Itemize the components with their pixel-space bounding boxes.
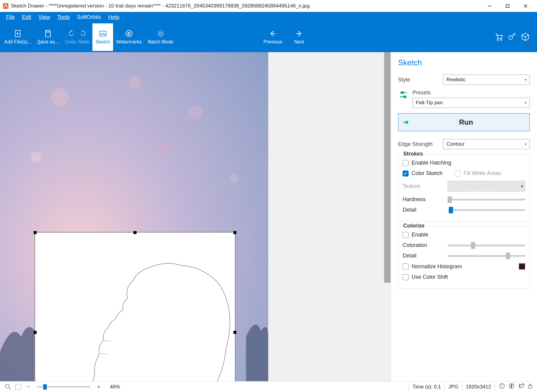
svg-rect-28: [404, 96, 406, 98]
fill-white-checkbox[interactable]: Fill White Areas: [454, 170, 501, 177]
style-label: Style: [398, 77, 443, 83]
svg-rect-31: [16, 384, 21, 389]
statusbar: − + 46% Time (s): 0.1 JPG 1920x3412: [0, 381, 537, 392]
texture-label: Texture: [403, 183, 448, 189]
color-swatch[interactable]: [519, 263, 525, 270]
format-label: JPG: [448, 384, 458, 390]
facebook-icon[interactable]: [508, 383, 515, 391]
color-shift-checkbox[interactable]: Use Color Shift: [403, 274, 525, 280]
edge-strength-select[interactable]: Contour▾: [443, 139, 530, 149]
window-title: Sketch Drawer - ****Unregistered version…: [11, 3, 481, 9]
package-icon[interactable]: [521, 32, 530, 42]
batch-mode-button[interactable]: Batch Mode: [145, 23, 176, 51]
svg-point-34: [502, 385, 502, 385]
cart-icon[interactable]: [494, 32, 503, 42]
hardness-slider[interactable]: [448, 199, 525, 200]
svg-text:C: C: [128, 31, 130, 36]
svg-point-20: [129, 76, 141, 88]
redo-button[interactable]: Redo: [75, 23, 92, 51]
svg-point-17: [509, 36, 513, 40]
toolbar: Add File(s)... Save as... Undo Redo Sket…: [0, 22, 537, 52]
hardness-label: Hardness: [403, 196, 448, 203]
window-controls: [481, 0, 535, 12]
normalize-histogram-checkbox[interactable]: Normalize Histogram: [403, 263, 525, 270]
handle-top-left[interactable]: [34, 231, 37, 234]
svg-rect-36: [529, 385, 532, 388]
sidebar-title: Sketch: [398, 58, 530, 67]
zoom-fit-icon[interactable]: [14, 383, 22, 391]
menu-file[interactable]: File: [2, 13, 18, 22]
minimize-button[interactable]: [481, 0, 499, 12]
handle-top-right[interactable]: [233, 231, 236, 234]
colorize-enable-checkbox[interactable]: Enable: [403, 232, 525, 238]
svg-point-21: [188, 105, 202, 120]
detail-slider[interactable]: [448, 209, 525, 211]
color-sketch-checkbox[interactable]: Color Sketch: [403, 170, 442, 177]
zoom-in-button[interactable]: +: [95, 383, 103, 391]
coloration-label: Coloration: [403, 242, 448, 248]
selection-box[interactable]: [34, 232, 236, 381]
svg-point-19: [51, 88, 69, 106]
watermarks-button[interactable]: C Watermarks: [113, 23, 145, 51]
add-files-button[interactable]: Add File(s)...: [1, 23, 34, 51]
svg-point-29: [5, 384, 9, 388]
enable-hatching-checkbox[interactable]: Enable Hatching: [403, 160, 525, 166]
arrow-right-icon: ➔: [403, 118, 409, 126]
chevron-down-icon: ▾: [525, 142, 526, 146]
handle-top-mid[interactable]: [134, 231, 136, 234]
menu-softorbits[interactable]: SoftOrbits: [74, 13, 105, 22]
titlebar: Sketch Drawer - ****Unregistered version…: [0, 0, 537, 12]
texture-select[interactable]: ▾: [448, 181, 525, 192]
zoom-out-button[interactable]: −: [25, 383, 32, 391]
chevron-down-icon: ▾: [521, 184, 523, 189]
sketch-button[interactable]: Sketch: [92, 23, 113, 51]
presets-select[interactable]: Felt-Tip pen▾: [412, 98, 530, 108]
handle-mid-right[interactable]: [233, 331, 236, 334]
app-icon: [2, 3, 9, 9]
vertical-scrollbar[interactable]: [384, 52, 391, 283]
close-button[interactable]: [517, 0, 535, 12]
info-icon[interactable]: [499, 383, 505, 391]
chevron-down-icon: ▾: [525, 101, 526, 105]
key-icon[interactable]: [508, 32, 517, 42]
previous-button[interactable]: Previous: [260, 23, 285, 51]
svg-point-23: [158, 141, 172, 155]
sliders-icon: [398, 90, 408, 101]
svg-point-15: [497, 39, 498, 40]
menu-view[interactable]: View: [35, 13, 54, 22]
menubar: File Edit View Tools SoftOrbits Help: [0, 12, 537, 22]
svg-point-16: [501, 39, 502, 40]
presets-label: Presets: [412, 90, 530, 96]
sidebar: Sketch Style Realistic▾ Presets Felt-Tip…: [391, 52, 537, 381]
sketch-preview: [35, 233, 235, 381]
strokes-group: Strokes Enable Hatching Color Sketch Fil…: [398, 154, 530, 222]
handle-mid-left[interactable]: [34, 331, 37, 334]
menu-help[interactable]: Help: [105, 13, 123, 22]
next-button[interactable]: Next: [291, 23, 307, 51]
zoom-actual-icon[interactable]: [4, 383, 12, 391]
coloration-slider[interactable]: [448, 245, 525, 246]
chevron-down-icon: ▾: [525, 78, 526, 82]
zoom-slider[interactable]: [37, 386, 91, 388]
run-button[interactable]: ➔ Run: [398, 113, 530, 131]
time-label: Time (s): 0.1: [412, 384, 441, 390]
twitter-icon[interactable]: [518, 383, 524, 391]
svg-point-22: [31, 152, 41, 162]
svg-rect-8: [47, 31, 50, 32]
svg-line-30: [9, 388, 11, 390]
menu-tools[interactable]: Tools: [54, 13, 74, 22]
dimensions-label: 1920x3412: [466, 384, 491, 390]
colorize-detail-slider[interactable]: [448, 255, 525, 257]
edge-strength-label: Edge Strength: [398, 141, 443, 147]
svg-rect-2: [506, 4, 509, 7]
svg-rect-27: [401, 92, 403, 94]
menu-edit[interactable]: Edit: [18, 13, 35, 22]
maximize-button[interactable]: [499, 0, 517, 12]
style-select[interactable]: Realistic▾: [443, 75, 530, 85]
save-as-button[interactable]: Save as...: [34, 23, 62, 51]
colorize-detail-label: Detail: [403, 253, 448, 259]
detail-label: Detail: [403, 207, 448, 213]
canvas-area[interactable]: [0, 52, 391, 381]
colorize-group: Colorize Enable Coloration Detail Normal…: [398, 226, 530, 289]
share-icon[interactable]: [527, 383, 534, 391]
